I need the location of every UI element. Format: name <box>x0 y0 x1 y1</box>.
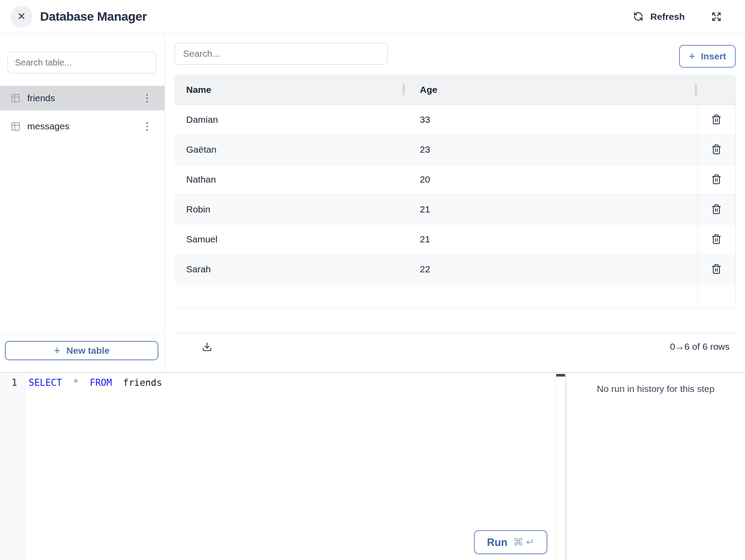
trash-icon <box>711 144 722 155</box>
line-number: 1 <box>11 377 17 388</box>
topbar: ✕ Database Manager Refresh <box>0 0 745 33</box>
run-history-panel: No run in history for this step <box>566 373 745 560</box>
fullscreen-button[interactable] <box>711 11 722 22</box>
table-row: Sarah 22 <box>175 254 735 284</box>
delete-row-button[interactable] <box>709 232 723 246</box>
delete-row-button[interactable] <box>709 262 723 276</box>
sql-operator: * <box>73 377 79 388</box>
row-count: 0→6 of 6 rows <box>670 341 730 352</box>
table-list: friends ⋮ messages ⋮ <box>0 86 165 139</box>
trash-icon <box>711 264 722 275</box>
new-table-button[interactable]: + New table <box>5 341 158 360</box>
code-line: SELECT * FROM friends <box>29 376 565 389</box>
cell-name[interactable]: Robin <box>175 204 406 215</box>
delete-row-button[interactable] <box>709 202 723 216</box>
refresh-icon <box>633 11 643 22</box>
cell-actions <box>697 254 735 284</box>
table-row: Damian 33 <box>175 105 735 135</box>
sidebar-footer: + New table <box>0 334 165 372</box>
editor-scrollbar-thumb[interactable] <box>556 374 565 377</box>
data-table: Name Age Damian 33 Gaëtan 23 <box>175 75 736 308</box>
new-table-label: New table <box>66 345 110 356</box>
cell-age[interactable]: 33 <box>406 114 697 125</box>
delete-row-button[interactable] <box>709 142 723 157</box>
trash-icon <box>711 174 722 185</box>
kebab-menu-icon[interactable]: ⋮ <box>140 92 154 104</box>
cell-age[interactable]: 21 <box>406 234 697 245</box>
cell-age[interactable]: 20 <box>406 174 697 185</box>
insert-button[interactable]: + Insert <box>679 45 736 68</box>
editor-scrollbar-track[interactable] <box>555 373 565 560</box>
run-shortcut: ⌘ ↵ <box>513 536 534 548</box>
editor-section: 1 SELECT * FROM friends No run in histor… <box>0 372 745 560</box>
cell-name[interactable]: Samuel <box>175 234 406 245</box>
cell-actions <box>697 105 735 134</box>
sidebar-item-friends[interactable]: friends ⋮ <box>0 86 165 110</box>
cell-name[interactable]: Sarah <box>175 264 406 275</box>
search-rows-input[interactable] <box>175 43 388 65</box>
table-row: Robin 21 <box>175 194 735 224</box>
table-row: Nathan 20 <box>175 165 735 194</box>
table-empty-space <box>175 284 735 307</box>
command-key-icon: ⌘ <box>513 536 523 548</box>
column-resize-handle[interactable] <box>403 84 405 95</box>
cell-actions <box>697 224 735 254</box>
close-icon: ✕ <box>17 11 26 22</box>
sql-keyword: SELECT <box>29 377 62 388</box>
cell-age[interactable]: 23 <box>406 144 697 155</box>
table-name-label: friends <box>27 93 55 103</box>
data-panel: + Insert Name Age Damian 33 Gaë <box>165 33 745 372</box>
kebab-menu-icon[interactable]: ⋮ <box>140 121 154 132</box>
expand-icon <box>711 11 722 22</box>
run-label: Run <box>487 536 508 549</box>
plus-icon: + <box>54 345 60 356</box>
sidebar-item-messages[interactable]: messages ⋮ <box>0 114 165 139</box>
refresh-label: Refresh <box>650 11 685 22</box>
cell-name[interactable]: Nathan <box>175 174 406 185</box>
column-header-age: Age <box>406 84 697 95</box>
search-table-input[interactable] <box>7 52 156 73</box>
download-button[interactable] <box>201 341 213 353</box>
delete-row-button[interactable] <box>709 112 723 127</box>
cell-name[interactable]: Gaëtan <box>175 144 406 155</box>
table-header-row: Name Age <box>175 75 735 105</box>
table-row: Gaëtan 23 <box>175 135 735 165</box>
close-button[interactable]: ✕ <box>11 6 33 28</box>
trash-icon <box>711 234 722 245</box>
sql-table-name: friends <box>123 377 162 388</box>
run-button[interactable]: Run ⌘ ↵ <box>474 530 547 554</box>
column-header-name: Name <box>175 84 406 95</box>
delete-row-button[interactable] <box>709 172 723 187</box>
table-name-label: messages <box>27 121 70 132</box>
page-title: Database Manager <box>40 10 147 24</box>
empty-history-message: No run in history for this step <box>597 384 714 394</box>
insert-label: Insert <box>701 51 726 62</box>
table-icon <box>11 121 21 132</box>
table-row: Samuel 21 <box>175 224 735 254</box>
line-number-gutter: 1 <box>0 373 26 560</box>
plus-icon: + <box>689 51 695 62</box>
return-key-icon: ↵ <box>526 536 534 548</box>
trash-icon <box>711 114 722 125</box>
refresh-button[interactable]: Refresh <box>633 11 685 22</box>
cell-actions <box>697 194 735 224</box>
sidebar: friends ⋮ messages ⋮ + New table <box>0 33 165 372</box>
cell-name[interactable]: Damian <box>175 114 406 125</box>
sql-keyword: FROM <box>90 377 112 388</box>
table-footer: 0→6 of 6 rows <box>175 333 736 360</box>
cell-actions <box>697 165 735 194</box>
cell-age[interactable]: 22 <box>406 264 697 275</box>
cell-age[interactable]: 21 <box>406 204 697 215</box>
cell-actions <box>697 135 735 164</box>
trash-icon <box>711 204 722 215</box>
column-resize-handle[interactable] <box>695 84 697 95</box>
download-icon <box>202 342 212 352</box>
table-icon <box>11 93 21 103</box>
topbar-actions: Refresh <box>633 11 745 22</box>
